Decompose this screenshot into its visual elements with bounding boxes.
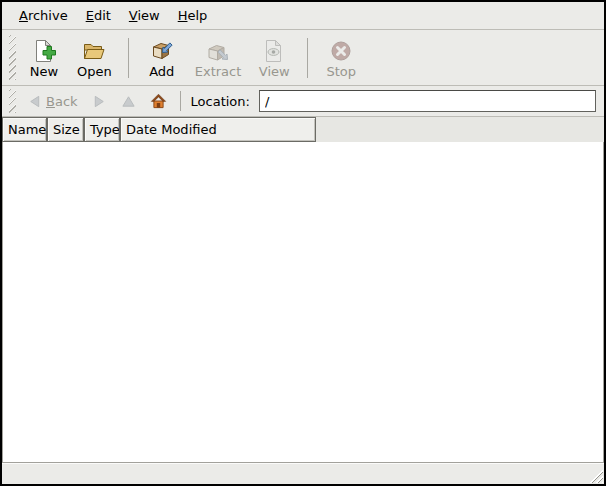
open-button-label: Open bbox=[77, 64, 112, 79]
window-resize-grip[interactable] bbox=[588, 468, 603, 483]
add-files-icon bbox=[150, 39, 174, 63]
toolbar-separator bbox=[128, 38, 129, 78]
archive-manager-window: Archive Edit View Help New Open bbox=[0, 0, 606, 486]
view-button[interactable]: View bbox=[249, 35, 299, 81]
navbar-drag-handle[interactable] bbox=[9, 89, 16, 113]
forward-button[interactable] bbox=[86, 92, 113, 111]
view-file-icon bbox=[262, 39, 286, 63]
column-header-type[interactable]: Type bbox=[84, 117, 120, 142]
menu-help[interactable]: Help bbox=[169, 5, 217, 26]
location-input[interactable] bbox=[259, 90, 596, 112]
view-button-label: View bbox=[259, 64, 290, 79]
extract-button[interactable]: Extract bbox=[187, 35, 250, 81]
toolbar-separator bbox=[307, 38, 308, 78]
extract-icon bbox=[206, 39, 230, 63]
menu-edit[interactable]: Edit bbox=[77, 5, 120, 26]
add-button[interactable]: Add bbox=[137, 35, 187, 81]
main-toolbar: New Open Add bbox=[2, 30, 604, 86]
home-button[interactable] bbox=[144, 91, 173, 111]
extract-button-label: Extract bbox=[195, 64, 242, 79]
navbar-separator bbox=[180, 91, 181, 111]
menu-bar: Archive Edit View Help bbox=[2, 2, 604, 30]
column-header-filler bbox=[316, 117, 604, 142]
navigation-bar: Back Location: bbox=[2, 86, 604, 117]
back-button[interactable]: Back bbox=[21, 92, 84, 111]
location-label: Location: bbox=[191, 94, 250, 109]
add-button-label: Add bbox=[149, 64, 174, 79]
up-arrow-icon bbox=[121, 94, 136, 109]
column-header-size[interactable]: Size bbox=[47, 117, 84, 142]
back-arrow-icon bbox=[27, 94, 42, 109]
toolbar-drag-handle[interactable] bbox=[9, 35, 16, 80]
new-button[interactable]: New bbox=[19, 35, 69, 81]
status-bar bbox=[2, 463, 604, 484]
new-button-label: New bbox=[30, 64, 58, 79]
back-button-label: Back bbox=[46, 94, 78, 109]
open-archive-icon bbox=[82, 39, 106, 63]
new-archive-icon bbox=[32, 39, 56, 63]
column-header-name[interactable]: Name bbox=[2, 117, 47, 142]
open-button[interactable]: Open bbox=[69, 35, 120, 81]
file-list-viewport[interactable] bbox=[2, 142, 604, 463]
menu-view[interactable]: View bbox=[120, 5, 169, 26]
forward-arrow-icon bbox=[92, 94, 107, 109]
stop-button[interactable]: Stop bbox=[316, 35, 366, 81]
column-header-date-modified[interactable]: Date Modified bbox=[120, 117, 316, 142]
stop-icon bbox=[329, 39, 353, 63]
up-button[interactable] bbox=[115, 92, 142, 111]
file-list-header: Name Size Type Date Modified bbox=[2, 117, 604, 142]
menu-archive[interactable]: Archive bbox=[10, 5, 77, 26]
home-icon bbox=[150, 93, 167, 109]
stop-button-label: Stop bbox=[327, 64, 357, 79]
